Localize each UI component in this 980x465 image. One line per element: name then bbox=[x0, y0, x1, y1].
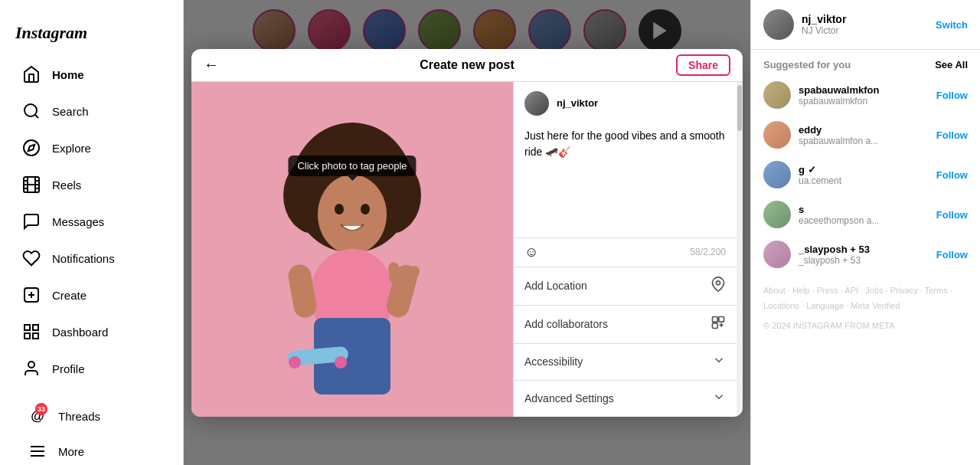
follow-button-5[interactable]: Follow bbox=[936, 249, 968, 260]
sidebar-item-threads[interactable]: @ Threads 33 bbox=[12, 398, 171, 434]
svg-point-2 bbox=[24, 140, 39, 156]
advanced-settings-label: Advanced Settings bbox=[524, 392, 614, 404]
sidebar-item-label: Messages bbox=[52, 215, 104, 228]
svg-point-38 bbox=[289, 356, 301, 368]
home-icon bbox=[21, 64, 41, 84]
right-user-info: nj_viktor NJ Victor bbox=[763, 9, 846, 40]
suggestions-header: Suggested for you See All bbox=[751, 50, 980, 75]
add-collaborators-option[interactable]: Add collaborators bbox=[514, 306, 737, 343]
svg-rect-18 bbox=[24, 333, 30, 339]
sidebar-item-notifications[interactable]: Notifications bbox=[6, 241, 177, 276]
suggestion-name-5: _slayposh + 53 bbox=[799, 244, 929, 255]
sidebar-item-reels[interactable]: Reels bbox=[6, 167, 177, 202]
suggestion-item-3: g ✓ ua.cement Follow bbox=[751, 155, 980, 195]
suggestion-avatar-5 bbox=[763, 241, 791, 268]
instagram-logo[interactable]: Instagram bbox=[0, 9, 183, 51]
sidebar-item-dashboard[interactable]: Dashboard bbox=[6, 314, 177, 349]
svg-point-43 bbox=[717, 280, 720, 284]
svg-rect-16 bbox=[33, 325, 38, 330]
sidebar-item-label: Notifications bbox=[52, 252, 115, 265]
svg-point-32 bbox=[361, 204, 370, 214]
sidebar-item-label: Explore bbox=[52, 142, 91, 155]
svg-point-30 bbox=[318, 175, 387, 254]
search-icon bbox=[21, 101, 41, 121]
svg-rect-15 bbox=[24, 325, 30, 330]
svg-point-31 bbox=[335, 204, 344, 214]
suggestion-avatar-3 bbox=[763, 161, 791, 188]
sidebar-item-create[interactable]: Create bbox=[6, 277, 177, 313]
messages-icon bbox=[21, 211, 41, 231]
suggestions-label: Suggested for you bbox=[763, 59, 851, 70]
right-footer: About · Help · Press · API · Jobs · Priv… bbox=[751, 274, 980, 342]
sidebar-item-search[interactable]: Search bbox=[6, 93, 177, 129]
sidebar-item-more[interactable]: More bbox=[12, 434, 171, 465]
modal-back-button[interactable]: ← bbox=[204, 56, 219, 74]
svg-line-1 bbox=[35, 115, 38, 118]
sidebar-nav: Home Search Explore Reels Messages bbox=[0, 51, 183, 392]
follow-button-3[interactable]: Follow bbox=[936, 169, 968, 181]
caption-footer: ☺ 58/2,200 bbox=[514, 237, 737, 267]
modal-scroll-thumb bbox=[737, 85, 742, 131]
main-content: ← Create new post Share bbox=[184, 0, 750, 465]
svg-point-19 bbox=[28, 362, 34, 368]
svg-rect-45 bbox=[719, 316, 724, 322]
sidebar-bottom: @ Threads 33 More bbox=[0, 392, 183, 465]
suggestion-avatar-2 bbox=[763, 121, 791, 149]
caption-textarea[interactable]: Just here for the good vibes and a smoot… bbox=[514, 125, 737, 237]
suggestion-avatar-4 bbox=[763, 201, 791, 228]
see-all-button[interactable]: See All bbox=[935, 59, 968, 70]
suggestion-name-1: spabauwalmkfon bbox=[799, 84, 929, 96]
sidebar-item-messages[interactable]: Messages bbox=[6, 204, 177, 239]
advanced-settings-chevron-icon bbox=[712, 390, 726, 408]
modal-overlay[interactable]: ← Create new post Share bbox=[184, 0, 750, 465]
suggestion-sub-2: spabauwalmfon a... bbox=[799, 136, 906, 146]
modal-body: Click photo to tag people nj_viktor Just… bbox=[191, 82, 743, 417]
suggestion-name-3: g ✓ bbox=[799, 164, 929, 175]
create-icon bbox=[21, 285, 41, 305]
svg-rect-17 bbox=[33, 333, 38, 339]
suggestion-avatar-1 bbox=[763, 81, 791, 109]
right-fullname: NJ Victor bbox=[802, 25, 846, 36]
caption-header: nj_viktor bbox=[514, 82, 737, 125]
profile-icon bbox=[21, 359, 41, 378]
emoji-button[interactable]: ☺ bbox=[524, 244, 538, 260]
suggestion-sub-4: eaceethompson a... bbox=[799, 215, 906, 226]
right-user-avatar bbox=[763, 9, 794, 40]
sidebar-item-explore[interactable]: Explore bbox=[6, 130, 177, 165]
modal-header: ← Create new post Share bbox=[191, 49, 743, 82]
follow-button-4[interactable]: Follow bbox=[936, 209, 968, 221]
accessibility-chevron-icon bbox=[712, 353, 726, 371]
more-icon bbox=[28, 441, 47, 461]
sidebar-item-label: Reels bbox=[52, 178, 81, 192]
right-panel-header: nj_viktor NJ Victor Switch bbox=[751, 0, 980, 50]
right-panel: nj_viktor NJ Victor Switch Suggested for… bbox=[750, 0, 980, 465]
add-location-option[interactable]: Add Location bbox=[514, 267, 737, 305]
caption-avatar bbox=[524, 91, 549, 116]
create-post-modal: ← Create new post Share bbox=[191, 49, 743, 417]
modal-share-button[interactable]: Share bbox=[676, 54, 730, 76]
photo-illustration bbox=[214, 88, 490, 410]
sidebar-item-label: Create bbox=[52, 289, 87, 302]
tag-tooltip: Click photo to tag people bbox=[288, 156, 416, 176]
sidebar-item-label: Profile bbox=[52, 362, 85, 375]
accessibility-option[interactable]: Accessibility bbox=[514, 344, 737, 380]
switch-account-button[interactable]: Switch bbox=[936, 19, 968, 31]
sidebar-item-home[interactable]: Home bbox=[6, 57, 177, 92]
char-count: 58/2,200 bbox=[690, 247, 726, 257]
suggestion-item-4: s eaceethompson a... Follow bbox=[751, 195, 980, 234]
advanced-settings-option[interactable]: Advanced Settings bbox=[514, 381, 737, 417]
add-collaborators-label: Add collaborators bbox=[524, 318, 608, 330]
follow-button-1[interactable]: Follow bbox=[936, 90, 968, 101]
photo-side[interactable]: Click photo to tag people bbox=[191, 82, 513, 417]
modal-scroll-track[interactable] bbox=[737, 82, 743, 417]
suggestion-item-5: _slayposh + 53 _slayposh + 53 Follow bbox=[751, 234, 980, 274]
caption-side: nj_viktor Just here for the good vibes a… bbox=[513, 82, 737, 417]
sidebar-item-label: Dashboard bbox=[52, 326, 108, 339]
sidebar: Instagram Home Search Explore Reels bbox=[0, 0, 184, 465]
svg-point-39 bbox=[335, 356, 347, 368]
svg-point-0 bbox=[24, 104, 37, 116]
add-location-label: Add Location bbox=[524, 280, 587, 292]
modal-title: Create new post bbox=[420, 58, 514, 72]
sidebar-item-profile[interactable]: Profile bbox=[6, 351, 177, 386]
follow-button-2[interactable]: Follow bbox=[936, 129, 968, 141]
